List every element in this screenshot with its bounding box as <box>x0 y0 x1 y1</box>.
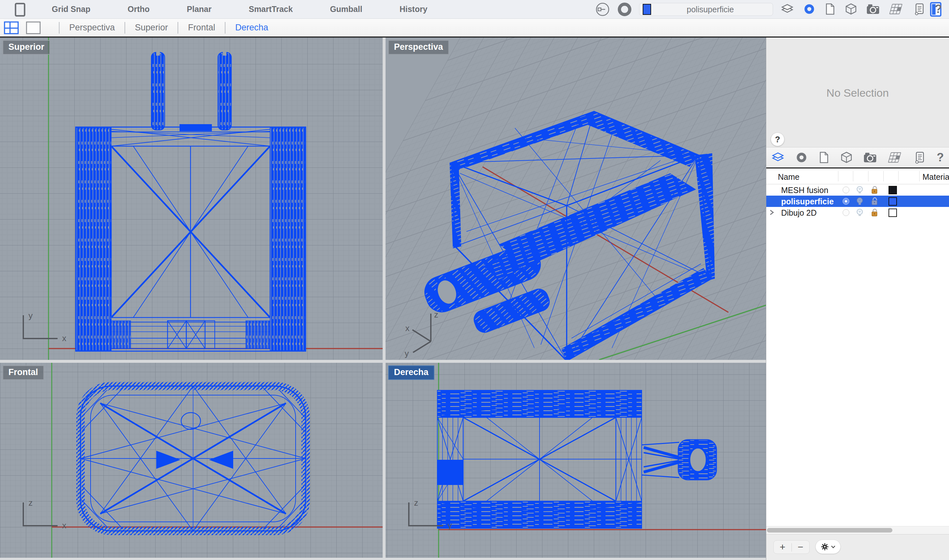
tab-frontal[interactable]: Frontal <box>188 23 215 33</box>
layer-table-header: Name Material <box>766 168 949 184</box>
menu-grid-snap[interactable]: Grid Snap <box>52 5 90 14</box>
viewport-label-superior[interactable]: Superior <box>3 40 50 55</box>
layer-color-swatch[interactable] <box>889 209 897 217</box>
layers-icon[interactable] <box>772 152 784 163</box>
viewport-derecha[interactable]: Derecha z y <box>385 363 766 558</box>
display-icon[interactable] <box>795 152 808 163</box>
help-icon[interactable]: ? <box>937 151 944 164</box>
current-layer-swatch <box>643 4 651 15</box>
viewport-label-derecha[interactable]: Derecha <box>388 365 434 380</box>
current-layer-field[interactable]: polisuperficie <box>639 3 773 16</box>
model-wireframe-superior[interactable] <box>0 37 383 360</box>
tab-divider <box>225 22 225 34</box>
menu-ortho[interactable]: Ortho <box>128 5 149 14</box>
horizontal-scrollbar[interactable] <box>766 526 949 534</box>
tab-superior[interactable]: Superior <box>135 23 168 33</box>
properties-panel: No Selection ? <box>766 37 949 147</box>
model-wireframe-perspectiva[interactable] <box>385 37 766 360</box>
column-name[interactable]: Name <box>778 172 800 182</box>
column-separator <box>838 171 838 182</box>
tab-divider <box>59 22 60 34</box>
layers-footer: + − <box>766 534 949 560</box>
four-viewport-layout-icon[interactable] <box>4 22 19 34</box>
gear-icon <box>821 543 829 551</box>
current-layer-name: polisuperficie <box>651 5 769 14</box>
viewport-tabs: Perspectiva Superior Frontal Derecha <box>49 22 268 34</box>
viewport-label-perspectiva[interactable]: Perspectiva <box>388 40 449 55</box>
layer-name: polisuperficie <box>781 197 834 206</box>
document-icon[interactable] <box>818 151 829 164</box>
panel-tab-icons-top: ? <box>776 0 946 18</box>
viewport-perspectiva[interactable]: Perspectiva z x y <box>385 37 766 360</box>
camera-icon[interactable] <box>866 3 880 15</box>
box-icon[interactable] <box>845 3 857 15</box>
add-remove-layer-group: + − <box>773 540 810 554</box>
document-icon[interactable] <box>824 3 835 15</box>
viewport-bottom-strip <box>0 558 766 560</box>
mesh-grid-icon[interactable] <box>889 3 904 15</box>
menu-smarttrack[interactable]: SmartTrack <box>249 5 293 14</box>
layer-lock-icon[interactable] <box>870 208 879 218</box>
viewport-tabbar: Perspectiva Superior Frontal Derecha <box>0 19 949 37</box>
mesh-grid-icon[interactable] <box>888 152 903 163</box>
layer-options-button[interactable] <box>815 540 841 554</box>
no-selection-text: No Selection <box>766 87 949 99</box>
column-separator <box>919 171 920 182</box>
expand-chevron-icon[interactable] <box>769 209 774 217</box>
viewport-superior[interactable]: Superior y x <box>0 37 383 360</box>
chevron-down-icon <box>831 545 835 548</box>
display-icon[interactable] <box>803 3 815 15</box>
model-wireframe-frontal[interactable] <box>0 363 383 558</box>
tab-divider <box>177 22 178 34</box>
camera-icon[interactable] <box>863 152 877 163</box>
current-layer-radio[interactable] <box>843 186 849 193</box>
scrollbar-thumb[interactable] <box>767 528 892 532</box>
viewport-area: Superior y x <box>0 37 766 560</box>
right-sidebar: No Selection ? ? <box>766 37 949 560</box>
viewport-divider-vertical[interactable] <box>383 37 385 558</box>
layers-icon[interactable] <box>781 3 794 15</box>
column-separator <box>868 171 869 182</box>
tab-divider <box>125 22 125 34</box>
key-icon[interactable] <box>595 2 610 17</box>
layer-lock-icon[interactable] <box>870 197 879 207</box>
model-wireframe-derecha[interactable] <box>385 363 766 558</box>
layer-visibility-bulb-icon[interactable] <box>855 208 864 218</box>
help-icon[interactable]: ? <box>935 2 942 16</box>
current-layer-radio[interactable] <box>843 198 849 205</box>
box-icon[interactable] <box>840 151 853 164</box>
column-material[interactable]: Material <box>923 172 949 182</box>
viewport-divider-horizontal[interactable] <box>0 360 766 363</box>
layer-row-dibujo-2d[interactable]: Dibujo 2D <box>766 207 949 218</box>
current-layer-radio[interactable] <box>843 209 849 216</box>
script-icon[interactable] <box>914 151 926 164</box>
layer-visibility-bulb-icon[interactable] <box>855 186 864 196</box>
window-sidebar-icon[interactable] <box>14 3 26 17</box>
layer-name: Dibujo 2D <box>781 208 817 218</box>
menubar-right-group: polisuperficie <box>595 0 773 19</box>
layer-visibility-bulb-icon[interactable] <box>855 197 864 207</box>
column-separator <box>883 171 884 182</box>
menu-planar[interactable]: Planar <box>187 5 211 14</box>
modeling-aids-bar: Grid Snap Ortho Planar SmartTrack Gumbal… <box>52 5 427 14</box>
menu-history[interactable]: History <box>399 5 427 14</box>
rhino-window: Grid Snap Ortho Planar SmartTrack Gumbal… <box>0 0 949 560</box>
single-viewport-layout-icon[interactable] <box>26 22 41 34</box>
layer-list-empty-area <box>766 218 949 526</box>
menu-gumball[interactable]: Gumball <box>330 5 362 14</box>
viewport-frontal[interactable]: Frontal z x <box>0 363 383 558</box>
script-icon[interactable] <box>913 3 925 15</box>
remove-layer-button[interactable]: − <box>792 541 809 554</box>
layer-row-polisuperficie[interactable]: polisuperficie <box>766 195 949 207</box>
tab-perspectiva[interactable]: Perspectiva <box>69 23 115 33</box>
viewport-label-frontal[interactable]: Frontal <box>3 365 44 380</box>
layer-lock-icon[interactable] <box>870 186 879 196</box>
add-layer-button[interactable]: + <box>774 541 792 554</box>
tab-derecha[interactable]: Derecha <box>235 23 268 33</box>
record-icon[interactable] <box>616 1 633 17</box>
panel-tab-icons: ? <box>766 147 949 168</box>
layer-color-swatch[interactable] <box>889 186 897 194</box>
layer-color-swatch[interactable] <box>889 197 897 206</box>
layer-row-mesh-fusion[interactable]: MESH fusion <box>766 184 949 195</box>
properties-help-button[interactable]: ? <box>771 132 784 146</box>
